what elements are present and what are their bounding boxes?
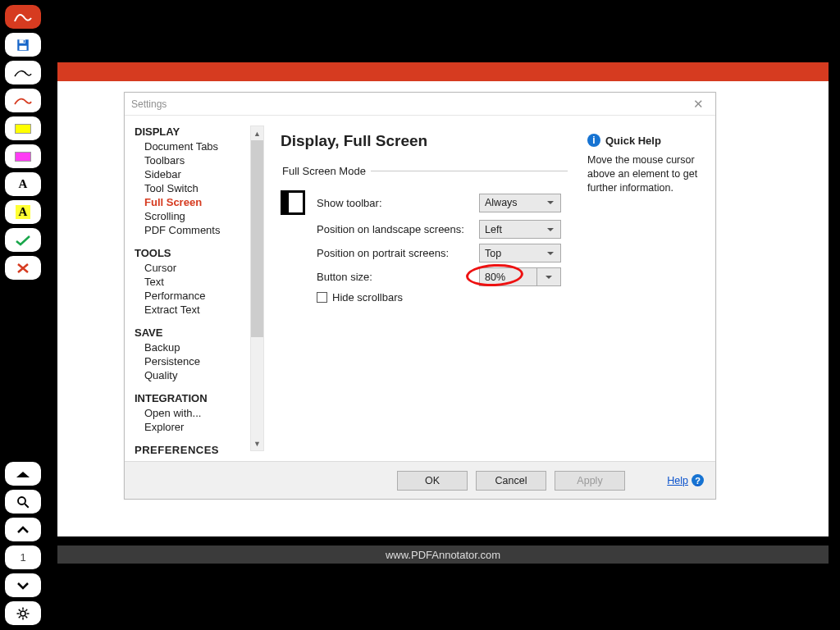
vertical-toolbar-top: A A: [5, 5, 46, 280]
nav-sidebar[interactable]: Sidebar: [135, 167, 262, 181]
chevron-down-icon[interactable]: [537, 268, 560, 285]
nav-document-tabs[interactable]: Document Tabs: [135, 139, 262, 153]
vertical-toolbar-bottom: 1: [5, 462, 46, 625]
svg-line-9: [19, 609, 21, 610]
scroll-down-icon[interactable]: ▼: [251, 436, 263, 450]
fieldset-legend: Full Screen Mode: [281, 165, 371, 177]
dialog-titlebar: Settings ✕: [125, 93, 715, 116]
nav-open-with[interactable]: Open with...: [135, 406, 262, 420]
fullscreen-icon: [281, 190, 305, 215]
settings-nav: DISPLAY Document Tabs Toolbars Sidebar T…: [125, 116, 264, 461]
settings-gear-icon[interactable]: [5, 601, 41, 625]
label-button-size: Button size:: [317, 271, 479, 283]
fieldset-full-screen-mode: Full Screen Mode Show toolbar: Always Po…: [281, 165, 568, 304]
pen-red-icon[interactable]: [5, 89, 41, 112]
nav-backup[interactable]: Backup: [135, 340, 262, 354]
save-icon[interactable]: [5, 33, 41, 57]
select-pos-portrait[interactable]: Top: [479, 244, 561, 262]
page-number[interactable]: 1: [5, 546, 41, 569]
svg-line-14: [25, 504, 29, 508]
select-pos-landscape[interactable]: Left: [479, 220, 561, 239]
page-next-icon[interactable]: [5, 573, 41, 597]
nav-tool-switch[interactable]: Tool Switch: [135, 181, 262, 195]
dialog-footer: OK Cancel Apply Help ?: [125, 461, 715, 499]
nav-performance[interactable]: Performance: [135, 289, 262, 303]
ribbon-bar: [57, 62, 829, 81]
nav-persistence[interactable]: Persistence: [135, 354, 262, 368]
dialog-title: Settings: [131, 98, 167, 110]
help-link[interactable]: Help ?: [667, 474, 704, 486]
quick-help-text: Move the mouse cursor above an element t…: [587, 153, 704, 195]
scroll-thumb[interactable]: [251, 140, 263, 337]
svg-point-13: [18, 497, 25, 504]
nav-cursor[interactable]: Cursor: [135, 261, 262, 275]
collapse-up-icon[interactable]: [5, 462, 41, 486]
panel-heading: Display, Full Screen: [281, 132, 568, 150]
page-prev-icon[interactable]: [5, 518, 41, 541]
nav-head-tools: TOOLS: [135, 247, 262, 259]
nav-text[interactable]: Text: [135, 275, 262, 289]
svg-line-12: [25, 609, 27, 610]
zoom-icon[interactable]: [5, 490, 41, 514]
quick-help-panel: i Quick Help Move the mouse cursor above…: [584, 116, 715, 461]
swatch-pink-icon[interactable]: [5, 144, 41, 168]
nav-head-save: SAVE: [135, 326, 262, 339]
close-icon[interactable]: ✕: [688, 97, 709, 112]
svg-line-11: [19, 616, 21, 618]
checkmark-icon[interactable]: [5, 228, 41, 252]
checkbox-hide-scrollbars[interactable]: Hide scrollbars: [317, 291, 568, 304]
nav-scrollbar[interactable]: ▲ ▼: [250, 126, 264, 451]
swatch-yellow-icon[interactable]: [5, 116, 41, 140]
cancel-button[interactable]: Cancel: [476, 471, 546, 491]
info-icon: i: [587, 134, 600, 147]
scroll-up-icon[interactable]: ▲: [251, 126, 263, 140]
nav-extract-text[interactable]: Extract Text: [135, 303, 262, 317]
status-url: www.PDFAnnotator.com: [386, 549, 500, 561]
quick-help-heading: Quick Help: [605, 135, 661, 147]
select-button-size[interactable]: 80%: [479, 267, 561, 286]
checkbox-box[interactable]: [317, 292, 327, 303]
cross-icon[interactable]: [5, 256, 41, 280]
apply-button[interactable]: Apply: [555, 471, 625, 491]
label-pos-portrait: Position on portrait screens:: [317, 247, 479, 259]
nav-quality[interactable]: Quality: [135, 368, 262, 382]
help-icon: ?: [692, 474, 704, 486]
settings-panel: Display, Full Screen Full Screen Mode Sh…: [264, 116, 584, 461]
svg-rect-2: [20, 45, 27, 49]
nav-head-display: DISPLAY: [135, 126, 262, 138]
settings-dialog: Settings ✕ DISPLAY Document Tabs Toolbar…: [124, 92, 716, 500]
pen-black-icon[interactable]: [5, 61, 41, 84]
nav-head-integration: INTEGRATION: [135, 392, 262, 404]
nav-scrolling[interactable]: Scrolling: [135, 209, 262, 223]
app-icon[interactable]: [5, 5, 41, 29]
nav-explorer[interactable]: Explorer: [135, 420, 262, 434]
svg-point-4: [21, 611, 25, 616]
label-show-toolbar: Show toolbar:: [317, 197, 479, 209]
text-tool-icon[interactable]: A: [5, 172, 41, 196]
nav-full-screen[interactable]: Full Screen: [135, 195, 262, 209]
checkbox-label: Hide scrollbars: [332, 291, 403, 304]
nav-head-preferences: PREFERENCES: [135, 444, 262, 456]
nav-toolbars[interactable]: Toolbars: [135, 153, 262, 167]
highlight-tool-icon[interactable]: A: [5, 200, 41, 224]
nav-pdf-comments[interactable]: PDF Comments: [135, 223, 262, 237]
label-pos-landscape: Position on landscape screens:: [317, 223, 479, 235]
select-show-toolbar[interactable]: Always: [479, 194, 561, 212]
status-bar: www.PDFAnnotator.com: [57, 546, 829, 564]
ok-button[interactable]: OK: [397, 471, 468, 491]
svg-line-10: [25, 616, 27, 618]
svg-rect-3: [24, 40, 25, 43]
